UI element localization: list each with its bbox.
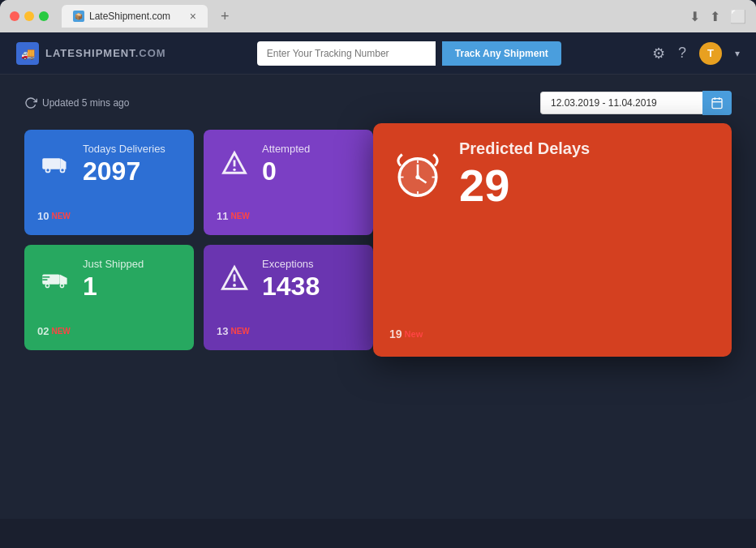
- predicted-delays-value: 29: [459, 163, 590, 208]
- card-just-shipped[interactable]: Just Shipped 1 02 New: [24, 245, 194, 350]
- svg-point-20: [46, 285, 49, 287]
- card-value-deliveries: 2097: [83, 158, 181, 184]
- card-value-attempted: 0: [262, 158, 360, 184]
- card-todays-deliveries[interactable]: Todays Deliveries 2097 10 New: [24, 130, 194, 235]
- card-new-badge-just-shipped: New: [51, 327, 70, 336]
- calendar-button[interactable]: [702, 91, 732, 115]
- predicted-delays-footer: 19 New: [389, 328, 715, 340]
- delivery-icon: [37, 146, 73, 182]
- svg-point-7: [46, 169, 49, 171]
- svg-point-44: [415, 174, 419, 178]
- predicted-delays-top: Predicted Delays 29: [389, 139, 715, 208]
- updated-text: Updated 5 mins ago: [42, 97, 129, 109]
- logo-text: LATESHIPMENT.COM: [45, 47, 166, 59]
- card-number-exceptions: 13: [217, 325, 228, 337]
- card-number-deliveries: 10: [37, 210, 49, 222]
- predicted-delays-info: Predicted Delays 29: [459, 139, 590, 208]
- card-title-attempted: Attempted: [262, 143, 360, 155]
- new-tab-button[interactable]: +: [214, 8, 236, 25]
- card-new-badge-deliveries: New: [51, 212, 70, 220]
- card-value-exceptions: 1438: [262, 273, 360, 299]
- svg-point-27: [233, 283, 236, 286]
- user-dropdown-arrow[interactable]: ▾: [735, 48, 740, 59]
- card-info-exceptions: Exceptions 1438: [262, 258, 360, 299]
- refresh-icon: [24, 96, 37, 109]
- tab-close-button[interactable]: ×: [190, 10, 196, 23]
- date-picker-container: 12.03.2019 - 11.04.2019: [540, 91, 732, 115]
- svg-point-9: [61, 169, 63, 171]
- svg-point-12: [233, 168, 235, 170]
- svg-rect-0: [712, 99, 722, 109]
- card-info-just-shipped: Just Shipped 1: [83, 258, 181, 299]
- settings-icon[interactable]: ⚙: [652, 45, 665, 62]
- logo-icon: 🚚: [16, 42, 39, 65]
- predicted-delays-number: 19: [389, 328, 402, 340]
- track-shipment-button[interactable]: Track Any Shipment: [442, 41, 561, 66]
- card-title-just-shipped: Just Shipped: [83, 258, 181, 270]
- app-container: 🚚 LATESHIPMENT.COM Track Any Shipment ⚙ …: [0, 32, 756, 519]
- attempted-icon: [217, 146, 252, 182]
- svg-marker-18: [60, 274, 67, 284]
- calendar-icon: [711, 96, 724, 109]
- cards-grid: Todays Deliveries 2097 10 New: [24, 130, 732, 350]
- card-footer-attempted: 11 New: [217, 210, 360, 222]
- exceptions-icon: [217, 261, 252, 297]
- card-exceptions[interactable]: Exceptions 1438 13 New: [204, 245, 373, 350]
- card-info-attempted: Attempted 0: [262, 143, 360, 184]
- maximize-window-button[interactable]: [39, 11, 49, 21]
- card-attempted[interactable]: Attempted 0 11 New: [204, 130, 373, 235]
- card-value-just-shipped: 1: [83, 273, 181, 299]
- svg-rect-4: [42, 158, 61, 169]
- predicted-delays-new-badge: New: [405, 329, 423, 339]
- minimize-window-button[interactable]: [24, 11, 34, 21]
- card-new-badge-exceptions: New: [230, 327, 249, 336]
- card-number-just-shipped: 02: [37, 325, 49, 337]
- predicted-delays-title: Predicted Delays: [459, 139, 590, 158]
- traffic-lights: [10, 11, 49, 21]
- app-header: 🚚 LATESHIPMENT.COM Track Any Shipment ⚙ …: [0, 32, 756, 75]
- browser-window: 📦 LateShipment.com × + ⬇ ⬆ ⬜: [0, 0, 756, 32]
- card-footer-just-shipped: 02 New: [37, 325, 181, 337]
- svg-point-22: [61, 285, 63, 287]
- browser-titlebar: 📦 LateShipment.com × + ⬇ ⬆ ⬜: [0, 0, 756, 32]
- tracking-input[interactable]: [257, 41, 436, 66]
- close-window-button[interactable]: [10, 11, 19, 21]
- tab-title: LateShipment.com: [89, 11, 170, 22]
- browser-tab[interactable]: 📦 LateShipment.com ×: [62, 5, 208, 28]
- browser-download-icon: ⬇: [689, 9, 700, 24]
- card-footer-deliveries: 10 New: [37, 210, 181, 222]
- alarm-clock-icon: [389, 146, 446, 203]
- main-content: Updated 5 mins ago 12.03.2019 - 11.04.20…: [0, 75, 756, 519]
- date-range-input[interactable]: 12.03.2019 - 11.04.2019: [540, 92, 702, 114]
- card-number-attempted: 11: [217, 210, 228, 222]
- browser-share-icon: ⬆: [710, 9, 720, 24]
- logo-area: 🚚 LATESHIPMENT.COM: [16, 42, 166, 65]
- just-shipped-icon: [37, 261, 73, 297]
- card-title-deliveries: Todays Deliveries: [83, 143, 181, 155]
- card-footer-exceptions: 13 New: [217, 325, 360, 337]
- card-title-exceptions: Exceptions: [262, 258, 360, 270]
- card-new-badge-attempted: New: [230, 212, 249, 220]
- card-info-deliveries: Todays Deliveries 2097: [83, 143, 181, 184]
- user-avatar[interactable]: T: [699, 42, 722, 65]
- card-predicted-delays[interactable]: Predicted Delays 29 19 New: [373, 123, 732, 357]
- search-area: Track Any Shipment: [166, 41, 652, 66]
- updated-info: Updated 5 mins ago: [24, 96, 129, 109]
- tab-favicon: 📦: [73, 11, 84, 22]
- header-right: ⚙ ? T ▾: [652, 42, 740, 65]
- help-icon[interactable]: ?: [678, 45, 686, 62]
- browser-tabs-icon: ⬜: [730, 9, 746, 24]
